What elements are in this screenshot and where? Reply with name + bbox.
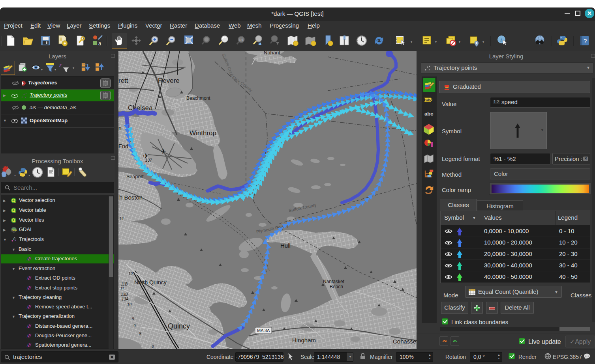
svg-text:Cohasset: Cohasset <box>393 338 417 345</box>
svg-text:9: 9 <box>132 317 134 321</box>
svg-text:a: a <box>98 40 101 47</box>
svg-text:Chelsea: Chelsea <box>128 104 153 112</box>
svg-text:End: End <box>118 143 128 149</box>
svg-text:Beach: Beach <box>330 284 343 289</box>
svg-text:Beachmont: Beachmont <box>186 95 210 101</box>
svg-text:ε: ε <box>59 62 62 68</box>
svg-text:Seaport: Seaport <box>126 174 144 179</box>
svg-text:8: 8 <box>152 344 154 349</box>
svg-text:✈: ✈ <box>143 152 149 160</box>
svg-text:GDAL: GDAL <box>12 229 17 231</box>
svg-text:Hingham: Hingham <box>292 337 316 343</box>
svg-text:1:1: 1:1 <box>239 38 244 42</box>
svg-text:11B: 11B <box>121 282 128 286</box>
svg-text:MA 3A: MA 3A <box>257 328 270 333</box>
svg-text:abc: abc <box>424 111 433 117</box>
svg-text:✈: ✈ <box>160 147 166 155</box>
svg-text:14: 14 <box>119 217 124 221</box>
svg-text:i: i <box>500 37 502 43</box>
svg-text:n: n <box>118 125 122 131</box>
svg-text:?: ? <box>584 37 587 44</box>
svg-text:Nahant: Nahant <box>264 51 280 56</box>
svg-text:9: 9 <box>133 324 136 328</box>
svg-text:Winthrop: Winthrop <box>190 129 216 137</box>
svg-text:10: 10 <box>127 302 132 307</box>
svg-text:North Quincy: North Quincy <box>134 279 167 286</box>
svg-text:8: 8 <box>139 332 141 336</box>
svg-text:Nantasket: Nantasket <box>323 279 345 284</box>
svg-text:12: 12 <box>128 272 133 276</box>
svg-text:13B: 13B <box>121 292 128 297</box>
svg-text:13A: 13A <box>122 297 129 301</box>
svg-text:Revere: Revere <box>158 77 180 84</box>
svg-text:abc: abc <box>426 98 432 102</box>
svg-text:Quincy: Quincy <box>168 322 190 330</box>
svg-text:11: 11 <box>120 287 124 291</box>
svg-text:h Boston: h Boston <box>119 194 143 201</box>
svg-text:Hull: Hull <box>280 242 291 249</box>
svg-text:rett: rett <box>118 77 128 84</box>
